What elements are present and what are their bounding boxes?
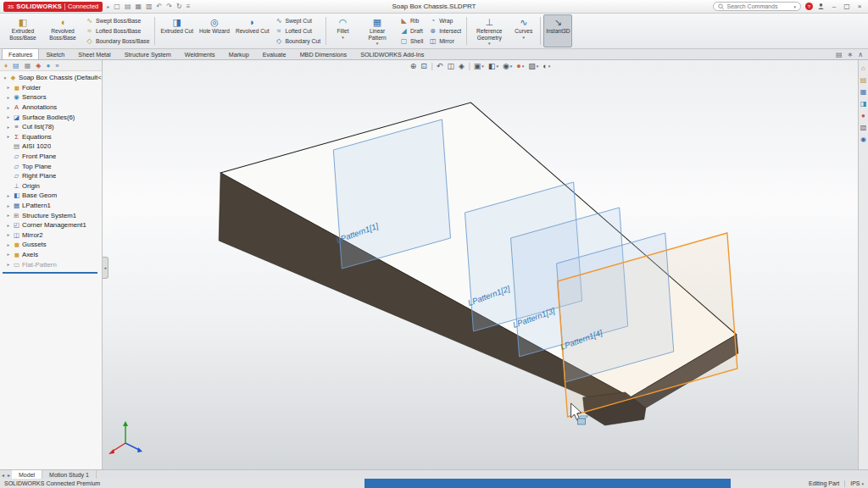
expand-arrow-icon[interactable]: ▸	[6, 213, 11, 218]
tree-item-gussets[interactable]: ▸◼Gussets	[0, 240, 102, 250]
tab-features[interactable]: Features	[2, 48, 39, 59]
configurationmanager-tab[interactable]: ▦	[25, 62, 31, 69]
display-style-button[interactable]: ◧▾	[488, 62, 498, 70]
tree-item-structure-system1[interactable]: ▸⊞Structure System1	[0, 210, 102, 220]
expand-arrow-icon[interactable]: ▾	[3, 75, 8, 80]
ribbon-extruded-cut-button[interactable]: ◨Extruded Cut	[158, 14, 195, 47]
tree-item-aisi-1020[interactable]: ▤AISI 1020	[0, 141, 102, 152]
ribbon-instant3d-button[interactable]: ↘Instant3D	[543, 14, 572, 47]
tree-item-axels[interactable]: ▸◼Axels	[0, 250, 102, 260]
dynamic-annotation-views-button[interactable]: ◈	[459, 62, 465, 70]
options-icon[interactable]: ≡	[186, 3, 191, 10]
tab-evaluate[interactable]: Evaluate	[256, 48, 293, 59]
expand-arrow-icon[interactable]: ▸	[6, 114, 11, 119]
model-tab-motion-study-1[interactable]: Motion Study 1	[42, 470, 97, 479]
search-input[interactable]	[726, 3, 791, 9]
rebuild-icon[interactable]: ↻	[176, 3, 182, 10]
tab-markup[interactable]: Markup	[222, 48, 256, 59]
section-view-button[interactable]: ◫	[447, 62, 454, 70]
tree-item-flat-pattern[interactable]: ▸▭Flat-Pattern	[0, 259, 102, 269]
expand-arrow-icon[interactable]: ▸	[6, 134, 11, 139]
user-profile-icon[interactable]	[817, 3, 825, 10]
tree-item-right-plane[interactable]: ▱Right Plane	[0, 171, 102, 181]
tab-scroll-right-icon[interactable]: ▸	[6, 470, 12, 479]
tab-sketch[interactable]: Sketch	[39, 48, 71, 59]
hide-show-items-button[interactable]: ◉▾	[503, 62, 512, 70]
previous-view-button[interactable]: ↶	[437, 62, 443, 70]
close-button[interactable]: ×	[854, 3, 865, 10]
featuremanager-tab[interactable]: ♦	[4, 62, 8, 69]
ribbon-fillet-button[interactable]: ◠Fillet▾	[329, 14, 357, 47]
graphics-viewport[interactable]: ⊕⊡↶◫◈▣▾◧▾◉▾●▾▨▾◐▾ LPattern1[1] LPattern1…	[103, 60, 858, 469]
displaymanager-tab[interactable]: ●	[46, 62, 50, 69]
ribbon-draft-button[interactable]: ◢Draft	[398, 26, 426, 36]
tree-item-corner-management1[interactable]: ▸◰Corner Management1	[0, 220, 102, 230]
view-orientation-button[interactable]: ▣▾	[474, 62, 484, 70]
tree-item-cut-list-78[interactable]: ▸≡Cut list(78)	[0, 122, 102, 132]
expand-arrow-icon[interactable]: ▸	[6, 105, 11, 110]
ribbon-intersect-button[interactable]: ⊗Intersect	[426, 26, 464, 36]
apply-scene-button[interactable]: ▨▾	[528, 62, 538, 70]
expand-arrow-icon[interactable]: ▸	[6, 95, 11, 100]
ribbon-extruded-boss-base-button[interactable]: ◧Extruded Boss/Base	[3, 14, 42, 47]
zoom-to-fit-button[interactable]: ⊕	[410, 62, 417, 70]
panel-splitter-handle[interactable]: ◂	[103, 257, 108, 279]
ribbon-revolved-cut-button[interactable]: ◗Revolved Cut	[233, 14, 272, 47]
ribbon-revolved-boss-base-button[interactable]: ◖Revolved Boss/Base	[43, 14, 82, 47]
undo-icon[interactable]: ↶	[157, 3, 163, 10]
view-palette-icon[interactable]: ◨	[860, 100, 867, 108]
expand-arrow-icon[interactable]: ▸	[6, 125, 11, 130]
appearances-scenes-icon[interactable]: ●	[861, 112, 865, 119]
tab-mbd-dimensions[interactable]: MBD Dimensions	[293, 48, 354, 59]
view-settings-button[interactable]: ◐▾	[542, 62, 550, 70]
ribbon-lofted-boss-base-button[interactable]: ≈Lofted Boss/Base	[83, 26, 152, 36]
save-icon[interactable]: ▦	[135, 3, 142, 10]
tree-item-top-plane[interactable]: ▱Top Plane	[0, 161, 102, 171]
zoom-to-area-button[interactable]: ⊡	[420, 62, 427, 70]
tab-weldments[interactable]: Weldments	[178, 48, 222, 59]
tree-item-sensors[interactable]: ▸◉Sensors	[0, 92, 102, 103]
solidworks-logo[interactable]: 3S SOLIDWORKS Connected	[3, 2, 103, 12]
tree-item-equations[interactable]: ▸ΣEquations	[0, 132, 102, 142]
expand-arrow-icon[interactable]: ▸	[6, 223, 11, 228]
collapse-ribbon-icon[interactable]: ∧	[858, 51, 863, 58]
solidworks-resources-icon[interactable]: ⌂	[861, 64, 865, 72]
maximize-button[interactable]: ▢	[842, 3, 852, 10]
model-tab-model[interactable]: Model	[12, 470, 42, 479]
search-scope-caret-icon[interactable]: ▾	[793, 4, 796, 9]
expand-arrow-icon[interactable]: ▸	[6, 85, 11, 90]
custom-properties-icon[interactable]: ▧	[860, 124, 867, 131]
ribbon-shell-button[interactable]: ▢Shell	[398, 36, 426, 46]
tab-sheet-metal[interactable]: Sheet Metal	[71, 48, 117, 59]
viewport-3d-scene[interactable]: LPattern1[1] LPattern1[2] LPattern1[3] L…	[103, 60, 858, 469]
edit-appearance-button[interactable]: ●▾	[516, 62, 524, 70]
ribbon-wrap-button[interactable]: ◔Wrap	[426, 16, 464, 25]
panel-chevron-icon[interactable]: »	[55, 62, 58, 69]
menu-expand-icon[interactable]: ▸	[107, 3, 109, 9]
tree-item-lpattern1[interactable]: ▸▦LPattern1	[0, 201, 102, 211]
expand-arrow-icon[interactable]: ▸	[6, 262, 11, 267]
ribbon-mirror-button[interactable]: ◫Mirror	[426, 36, 464, 46]
ribbon-linear-pattern-button[interactable]: ▦Linear Pattern▾	[358, 14, 397, 47]
ribbon-lofted-cut-button[interactable]: ≈Lofted Cut	[272, 26, 323, 36]
tree-item-origin[interactable]: ⊥Origin	[0, 181, 102, 191]
file-explorer-icon[interactable]: ▦	[860, 88, 867, 96]
search-box[interactable]: ▾	[713, 2, 801, 11]
ribbon-swept-cut-button[interactable]: ∿Swept Cut	[272, 16, 323, 25]
ribbon-curves-button[interactable]: ∿Curves▾	[509, 14, 537, 47]
tree-item-surface-bodies-6[interactable]: ▸◪Surface Bodies(6)	[0, 112, 102, 122]
redo-icon[interactable]: ↷	[166, 3, 172, 10]
tree-item-mirror2[interactable]: ▸◫Mirror2	[0, 230, 102, 241]
ribbon-boundary-cut-button[interactable]: ◇Boundary Cut	[272, 36, 323, 46]
help-badge-icon[interactable]: ?	[805, 3, 813, 10]
expand-arrow-icon[interactable]: ▸	[6, 252, 11, 257]
forum-icon[interactable]: ◉	[860, 136, 866, 143]
expand-arrow-icon[interactable]: ▸	[6, 203, 11, 208]
ribbon-boundary-boss-base-button[interactable]: ◇Boundary Boss/Base	[83, 36, 152, 46]
print-icon[interactable]: ▥	[146, 3, 153, 10]
tree-root-item[interactable]: ▾◆Soap Box Chassis (Default< As Machin	[0, 73, 102, 83]
ribbon-rib-button[interactable]: ◣Rib	[398, 16, 426, 25]
ribbon-swept-boss-base-button[interactable]: ∿Swept Boss/Base	[83, 16, 152, 25]
minimize-button[interactable]: –	[829, 3, 839, 10]
design-library-icon[interactable]: ▤	[860, 76, 867, 84]
